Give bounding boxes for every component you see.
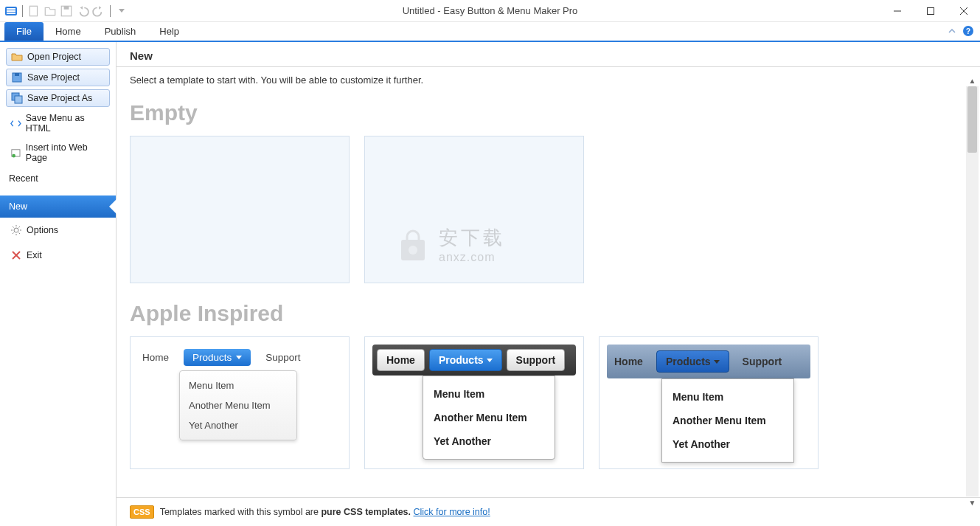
svg-rect-14: [15, 73, 19, 76]
preview-products: Products: [656, 350, 729, 373]
titlebar: Untitled - Easy Button & Menu Maker Pro: [0, 0, 980, 22]
svg-point-18: [12, 153, 15, 157]
maximize-button[interactable]: [914, 0, 947, 22]
footer-note: CSS Templates marked with this symbol ar…: [117, 497, 980, 526]
svg-rect-2: [7, 10, 15, 12]
tab-help[interactable]: Help: [147, 22, 191, 41]
exit-label: Exit: [27, 250, 42, 260]
tab-home[interactable]: Home: [44, 22, 93, 41]
css-badge: CSS: [130, 505, 154, 519]
sidebar-item-exit[interactable]: Exit: [6, 245, 110, 266]
template-apple-1[interactable]: Home Products Support Menu Item Another …: [130, 336, 350, 469]
bag-icon: [395, 226, 431, 263]
section-apple-title: Apple Inspired: [130, 301, 967, 326]
qat-separator: [110, 5, 111, 17]
folder-open-icon: [11, 51, 23, 63]
vertical-scrollbar[interactable]: ▲ ▼: [966, 86, 979, 496]
preview-item: Menu Item: [662, 385, 793, 409]
qat-dropdown-icon[interactable]: [115, 4, 128, 18]
svg-rect-6: [64, 6, 69, 10]
template-apple-3[interactable]: Home Products Support Menu Item Another …: [599, 336, 819, 469]
exit-icon: [10, 249, 22, 261]
svg-point-19: [14, 228, 18, 232]
save-project-as-label: Save Project As: [27, 93, 92, 103]
tab-publish[interactable]: Publish: [93, 22, 148, 41]
redo-icon[interactable]: [92, 4, 105, 18]
main-panel: New Select a template to start with. You…: [117, 42, 980, 526]
preview-dropdown: Menu Item Another Menu Item Yet Another: [423, 376, 555, 460]
save-project-label: Save Project: [27, 72, 80, 83]
app-icon: [4, 4, 18, 18]
save-project-button[interactable]: Save Project: [6, 69, 110, 86]
svg-rect-16: [15, 96, 22, 103]
empty-templates-row: 安下载 anxz.com: [130, 136, 967, 283]
preview-home: Home: [377, 349, 425, 371]
preview-item: Yet Another: [662, 432, 793, 456]
template-scroll-area: Empty 安下载 anxz.com Apple Inspired: [117, 93, 980, 497]
open-icon[interactable]: [44, 4, 57, 18]
scroll-thumb[interactable]: [967, 86, 977, 153]
preview-item: Another Menu Item: [180, 395, 296, 415]
preview-support: Support: [265, 352, 300, 363]
collapse-ribbon-icon[interactable]: [946, 25, 958, 37]
svg-text:?: ?: [966, 27, 970, 35]
save-icon: [11, 72, 23, 83]
insert-webpage-link[interactable]: Insert into Web Page: [6, 140, 110, 165]
insert-icon: [10, 147, 21, 159]
save-project-as-button[interactable]: Save Project As: [6, 89, 110, 107]
preview-item: Menu Item: [423, 382, 555, 406]
quick-access-toolbar: [0, 4, 128, 18]
preview-item: Menu Item: [180, 376, 296, 395]
svg-rect-1: [7, 8, 15, 10]
template-empty-1[interactable]: [130, 136, 350, 283]
open-project-label: Open Project: [27, 52, 81, 62]
watermark-cn: 安下载: [439, 225, 505, 251]
footer-link[interactable]: Click for more info!: [414, 507, 490, 517]
sidebar-item-options[interactable]: Options: [6, 220, 110, 240]
preview-dropdown: Menu Item Another Menu Item Yet Another: [661, 378, 794, 463]
svg-point-22: [409, 246, 417, 255]
minimize-button[interactable]: [880, 0, 914, 22]
window-controls: [880, 0, 980, 22]
scroll-up-icon[interactable]: ▲: [966, 75, 979, 86]
sidebar-item-new[interactable]: New: [0, 195, 116, 218]
svg-rect-4: [29, 6, 37, 16]
sidebar: Open Project Save Project Save Project A…: [0, 42, 117, 526]
preview-menubar: Home Products Support: [372, 345, 576, 376]
close-button[interactable]: [947, 0, 980, 22]
section-empty-title: Empty: [130, 100, 967, 125]
insert-webpage-label: Insert into Web Page: [26, 142, 105, 163]
preview-menubar: Home Products Support: [142, 349, 337, 366]
preview-home: Home: [614, 356, 643, 367]
preview-dropdown: Menu Item Another Menu Item Yet Another: [179, 370, 297, 440]
gear-icon: [10, 224, 22, 236]
help-icon[interactable]: ?: [962, 25, 974, 37]
preview-item: Yet Another: [423, 429, 555, 453]
save-menu-html-link[interactable]: Save Menu as HTML: [6, 111, 110, 136]
preview-support: Support: [507, 349, 566, 371]
recent-heading[interactable]: Recent: [9, 173, 107, 184]
body: Open Project Save Project Save Project A…: [0, 42, 980, 526]
template-empty-2[interactable]: 安下载 anxz.com: [364, 136, 584, 283]
preview-support: Support: [743, 356, 782, 367]
page-subtitle: Select a template to start with. You wil…: [117, 67, 980, 93]
qat-separator: [22, 5, 23, 17]
preview-item: Another Menu Item: [423, 406, 555, 429]
preview-products: Products: [184, 349, 251, 366]
undo-icon[interactable]: [76, 4, 89, 18]
new-icon[interactable]: [27, 4, 41, 18]
preview-item: Yet Another: [180, 415, 296, 435]
file-tab[interactable]: File: [4, 22, 44, 41]
template-apple-2[interactable]: Home Products Support Menu Item Another …: [364, 336, 584, 469]
save-icon[interactable]: [60, 4, 73, 18]
page-title: New: [117, 42, 980, 67]
scroll-down-icon[interactable]: ▼: [966, 496, 979, 508]
save-menu-html-label: Save Menu as HTML: [26, 113, 105, 134]
options-label: Options: [27, 225, 58, 235]
open-project-button[interactable]: Open Project: [6, 48, 110, 66]
svg-rect-8: [927, 8, 934, 15]
save-as-icon: [11, 92, 23, 104]
watermark: 安下载 anxz.com: [395, 225, 505, 264]
footer-text: Templates marked with this symbol are pu…: [160, 507, 490, 517]
preview-item: Another Menu Item: [662, 409, 793, 432]
